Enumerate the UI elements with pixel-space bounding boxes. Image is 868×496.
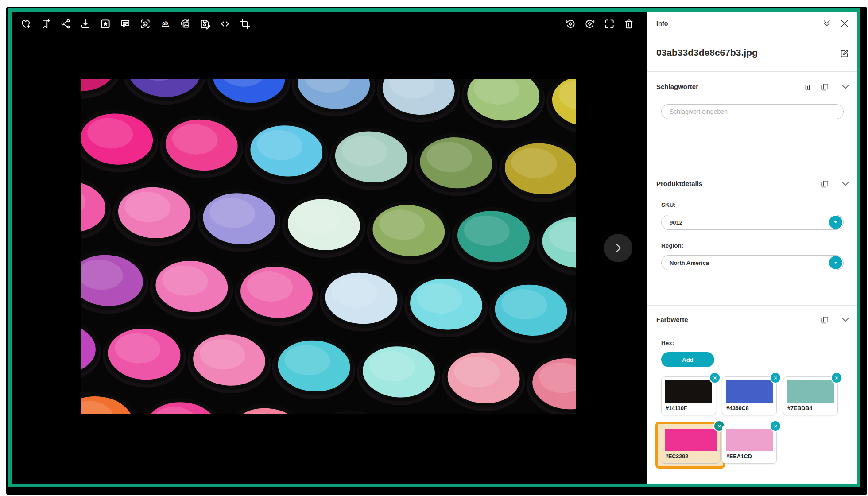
download-icon[interactable] [79, 18, 92, 30]
asset-viewer-window: ab I [8, 8, 860, 487]
palette-photo-svg [81, 79, 576, 414]
favorite-add-icon[interactable] [19, 18, 32, 30]
next-image-button[interactable] [604, 234, 632, 262]
sku-dropdown-arrow-icon[interactable] [829, 216, 842, 229]
svg-text:ab: ab [162, 20, 168, 26]
remove-color-icon[interactable] [770, 372, 781, 384]
collapse-all-icon[interactable] [822, 18, 832, 29]
toolbar-left: ab [19, 18, 251, 30]
text-recognition-icon[interactable]: ab [159, 18, 171, 30]
face-detection-icon[interactable] [139, 18, 151, 30]
color-hex-label: #14110F [666, 405, 687, 411]
fullscreen-icon[interactable] [603, 18, 616, 30]
screenshot-stage: ab I [0, 0, 868, 496]
toolbar-right [564, 18, 635, 30]
delete-keywords-icon[interactable] [802, 81, 813, 92]
divider [647, 170, 857, 171]
copy-keywords-icon[interactable] [819, 81, 830, 92]
color-hex-label: #4360C8 [726, 405, 749, 411]
asset-filename: 03ab33d3de8c67b3.jpg [656, 47, 758, 58]
color-card: #14110F [661, 376, 716, 415]
close-icon[interactable] [839, 18, 850, 29]
color-swatch [665, 429, 717, 451]
remove-color-icon[interactable] [709, 372, 721, 384]
sku-value: 9012 [662, 219, 682, 226]
field-label-region: Region: [661, 242, 683, 249]
divider [647, 37, 857, 37]
rotate-left-icon[interactable] [564, 18, 577, 30]
region-dropdown[interactable]: North America [661, 255, 844, 270]
delete-icon[interactable] [623, 18, 635, 30]
collapse-product-icon[interactable] [840, 178, 851, 189]
keyword-input-pill [661, 104, 844, 119]
color-swatch [726, 380, 773, 403]
color-hex-label: #EC3292 [665, 453, 688, 460]
color-swatch [726, 429, 773, 451]
hex-group-label: Hex: [661, 340, 674, 346]
collapse-colors-icon[interactable] [840, 314, 851, 325]
copy-product-icon[interactable] [819, 178, 830, 189]
info-panel: Info 03ab33d3de8c67b3.jpg Schlagwörter P… [647, 12, 857, 484]
field-label-sku: SKU: [661, 202, 676, 208]
bookmark-add-icon[interactable] [39, 18, 52, 30]
crop-icon[interactable] [239, 18, 251, 30]
section-title-colors: Farbwerte [656, 314, 688, 326]
remove-color-icon[interactable] [831, 372, 842, 384]
color-swatch [665, 380, 712, 403]
color-card: #4360C8 [722, 376, 777, 415]
color-card: #EEA1CD [722, 425, 777, 464]
rate-star-icon[interactable] [99, 18, 112, 30]
section-title-keywords: Schlagwörter [656, 81, 698, 93]
edit-filename-icon[interactable] [839, 48, 850, 59]
color-card-highlighted: #EC3292 [661, 425, 721, 464]
sku-dropdown[interactable]: 9012 [661, 215, 844, 230]
region-value: North America [662, 260, 709, 266]
region-dropdown-arrow-icon[interactable] [829, 256, 842, 269]
save-edit-icon[interactable] [199, 18, 211, 30]
color-hex-label: #EEA1CD [726, 453, 752, 460]
palette-photo [81, 79, 576, 414]
remove-color-icon[interactable] [770, 420, 781, 432]
copy-colors-icon[interactable] [819, 314, 830, 325]
comment-icon[interactable] [119, 18, 132, 30]
panel-title: Info [656, 20, 668, 27]
image-canvas: ab [12, 12, 647, 484]
chevron-right-icon [612, 241, 625, 255]
collapse-keywords-icon[interactable] [840, 81, 851, 92]
color-swatch [787, 380, 834, 403]
keyword-input[interactable] [662, 105, 843, 119]
color-card: #7EBDB4 [783, 376, 838, 415]
rotate-right-icon[interactable] [584, 18, 596, 30]
embed-code-icon[interactable] [219, 18, 231, 30]
add-color-button[interactable]: Add [661, 352, 714, 367]
divider [647, 71, 857, 72]
replace-image-icon[interactable] [179, 18, 191, 30]
share-icon[interactable] [59, 18, 72, 30]
color-hex-label: #7EBDB4 [787, 405, 812, 411]
divider [647, 305, 857, 306]
section-title-product: Produktdetails [656, 178, 702, 190]
